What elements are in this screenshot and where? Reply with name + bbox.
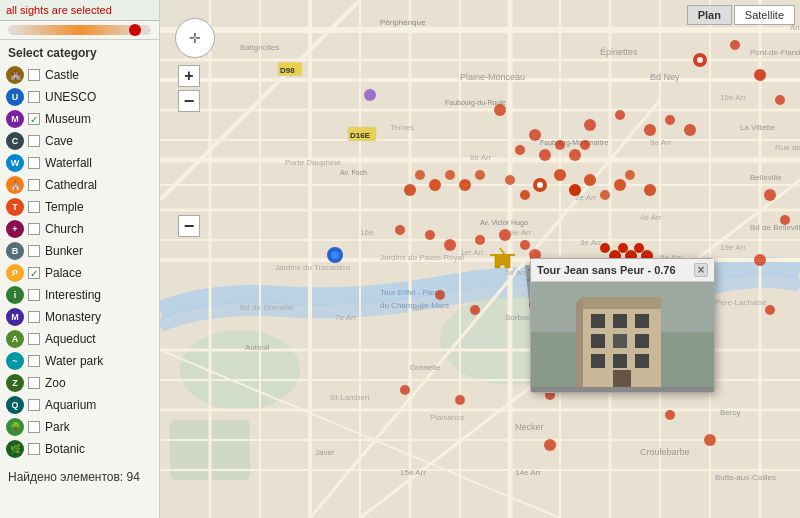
- svg-text:Grenelle: Grenelle: [410, 363, 441, 372]
- svg-point-152: [475, 235, 485, 245]
- category-item-cave[interactable]: CCave: [0, 130, 159, 152]
- zoom-in-button[interactable]: +: [178, 65, 200, 87]
- category-item-park[interactable]: 🌳Park: [0, 416, 159, 438]
- category-icon-cathedral: ⛪: [6, 176, 24, 194]
- svg-rect-171: [613, 334, 627, 348]
- svg-point-115: [600, 190, 610, 200]
- category-item-church[interactable]: +Church: [0, 218, 159, 240]
- category-item-botanic[interactable]: 🌿Botanic: [0, 438, 159, 460]
- found-count: Найдено элементов: 94: [0, 464, 159, 490]
- map-container[interactable]: Périphérique Faubourg-du-Roule Faubourg-…: [160, 0, 800, 518]
- category-icon-museum: M: [6, 110, 24, 128]
- svg-point-129: [634, 243, 644, 253]
- category-list: 🏰CastleUUNESCOM✓MuseumCCaveWWaterfall⛪Ca…: [0, 64, 159, 460]
- category-checkbox-botanic[interactable]: [28, 443, 40, 455]
- category-item-temple[interactable]: TTemple: [0, 196, 159, 218]
- svg-text:Javel: Javel: [315, 448, 334, 457]
- category-label-museum: Museum: [45, 112, 91, 126]
- svg-point-120: [459, 179, 471, 191]
- popup-close-button[interactable]: ×: [694, 263, 708, 277]
- category-label-temple: Temple: [45, 200, 84, 214]
- svg-point-138: [584, 119, 596, 131]
- category-icon-zoo: Z: [6, 374, 24, 392]
- svg-rect-166: [583, 297, 661, 309]
- category-item-water_park[interactable]: ~Water park: [0, 350, 159, 372]
- svg-text:Faubourg-Montmartre: Faubourg-Montmartre: [540, 139, 608, 147]
- svg-point-149: [499, 229, 511, 241]
- plan-button[interactable]: Plan: [687, 5, 732, 25]
- category-checkbox-cathedral[interactable]: [28, 179, 40, 191]
- svg-text:Necker: Necker: [515, 422, 544, 432]
- svg-point-145: [539, 149, 551, 161]
- category-checkbox-monastery[interactable]: [28, 311, 40, 323]
- svg-point-109: [537, 182, 543, 188]
- category-checkbox-aqueduct[interactable]: [28, 333, 40, 345]
- category-checkbox-aquarium[interactable]: [28, 399, 40, 411]
- category-checkbox-museum[interactable]: ✓: [28, 113, 40, 125]
- category-item-monastery[interactable]: MMonastery: [0, 306, 159, 328]
- category-label-water_park: Water park: [45, 354, 103, 368]
- svg-text:3e Arr: 3e Arr: [580, 238, 602, 247]
- svg-text:Bd de Belleville: Bd de Belleville: [750, 223, 800, 232]
- category-checkbox-zoo[interactable]: [28, 377, 40, 389]
- svg-rect-169: [635, 314, 649, 328]
- category-checkbox-unesco[interactable]: [28, 91, 40, 103]
- svg-rect-174: [613, 354, 627, 368]
- slider-thumb[interactable]: [129, 24, 141, 36]
- category-label-cathedral: Cathedral: [45, 178, 97, 192]
- category-icon-cave: C: [6, 132, 24, 150]
- category-label-aqueduct: Aqueduct: [45, 332, 96, 346]
- category-checkbox-bunker[interactable]: [28, 245, 40, 257]
- category-item-museum[interactable]: M✓Museum: [0, 108, 159, 130]
- satellite-button[interactable]: Satellite: [734, 5, 795, 25]
- select-category-label: Select category: [0, 40, 159, 64]
- svg-point-104: [544, 439, 556, 451]
- svg-point-98: [764, 189, 776, 201]
- svg-point-116: [614, 179, 626, 191]
- svg-text:Périphérique: Périphérique: [380, 18, 426, 27]
- category-checkbox-church[interactable]: [28, 223, 40, 235]
- svg-text:7e Arr: 7e Arr: [335, 313, 357, 322]
- category-checkbox-cave[interactable]: [28, 135, 40, 147]
- svg-text:19e Arr: 19e Arr: [720, 93, 746, 102]
- svg-text:Plaisance: Plaisance: [430, 413, 465, 422]
- category-item-aqueduct[interactable]: AAqueduct: [0, 328, 159, 350]
- category-checkbox-waterfall[interactable]: [28, 157, 40, 169]
- svg-text:19e Arr: 19e Arr: [720, 243, 746, 252]
- category-label-botanic: Botanic: [45, 442, 85, 456]
- category-item-palace[interactable]: P✓Palace: [0, 262, 159, 284]
- category-item-waterfall[interactable]: WWaterfall: [0, 152, 159, 174]
- category-checkbox-interesting[interactable]: [28, 289, 40, 301]
- category-item-aquarium[interactable]: QAquarium: [0, 394, 159, 416]
- svg-point-137: [494, 104, 506, 116]
- svg-point-94: [697, 57, 703, 63]
- category-checkbox-palace[interactable]: ✓: [28, 267, 40, 279]
- category-label-church: Church: [45, 222, 84, 236]
- category-icon-interesting: i: [6, 286, 24, 304]
- category-item-cathedral[interactable]: ⛪Cathedral: [0, 174, 159, 196]
- svg-point-107: [400, 385, 410, 395]
- range-slider[interactable]: [8, 25, 151, 35]
- category-icon-temple: T: [6, 198, 24, 216]
- svg-text:Pere-Lachaise: Pere-Lachaise: [715, 298, 767, 307]
- category-label-waterfall: Waterfall: [45, 156, 92, 170]
- zoom-out2-button[interactable]: −: [178, 215, 200, 237]
- category-item-bunker[interactable]: BBunker: [0, 240, 159, 262]
- svg-text:Bercy: Bercy: [720, 408, 740, 417]
- svg-point-150: [520, 240, 530, 250]
- svg-text:14e Arr: 14e Arr: [515, 468, 541, 477]
- svg-rect-178: [531, 387, 714, 392]
- svg-rect-167: [591, 314, 605, 328]
- category-checkbox-water_park[interactable]: [28, 355, 40, 367]
- zoom-out-button[interactable]: −: [178, 90, 200, 112]
- category-checkbox-temple[interactable]: [28, 201, 40, 213]
- category-item-castle[interactable]: 🏰Castle: [0, 64, 159, 86]
- category-checkbox-park[interactable]: [28, 421, 40, 433]
- svg-point-101: [765, 305, 775, 315]
- category-item-zoo[interactable]: ZZoo: [0, 372, 159, 394]
- category-item-interesting[interactable]: iInteresting: [0, 284, 159, 306]
- nav-control[interactable]: ✛: [175, 18, 215, 58]
- svg-text:Belleville: Belleville: [750, 173, 782, 182]
- category-checkbox-castle[interactable]: [28, 69, 40, 81]
- category-item-unesco[interactable]: UUNESCO: [0, 86, 159, 108]
